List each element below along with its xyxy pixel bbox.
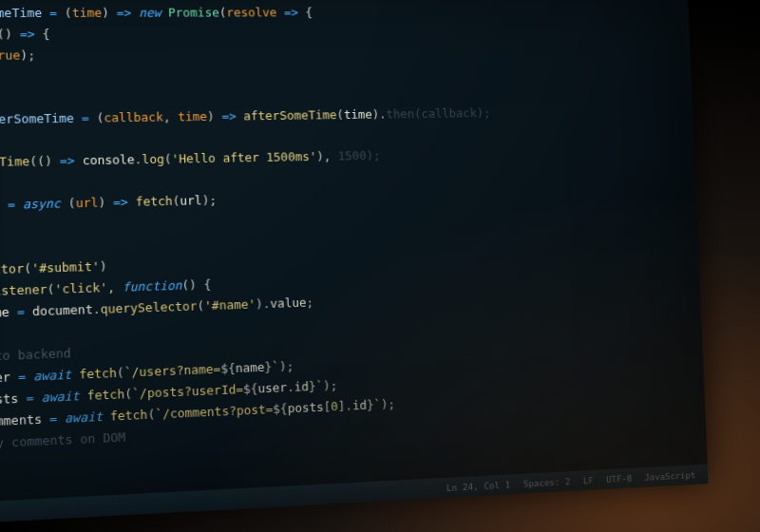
code-line[interactable]: const afterSomeTime = (time) => new Prom… xyxy=(0,2,689,24)
editor-screen: 12345678910111213141516171819202122 // P… xyxy=(0,0,709,529)
status-spaces: Spaces: 2 xyxy=(523,476,571,489)
code-editor[interactable]: 12345678910111213141516171819202122 // P… xyxy=(0,0,708,507)
status-language: JavaScript xyxy=(644,469,695,483)
status-lineend: LF xyxy=(583,475,594,485)
status-cursor: Ln 24, Col 1 xyxy=(446,479,511,493)
status-encoding: UTF-8 xyxy=(606,473,633,484)
code-area[interactable]: // Promise from setTimeoutconst afterSom… xyxy=(0,0,708,504)
